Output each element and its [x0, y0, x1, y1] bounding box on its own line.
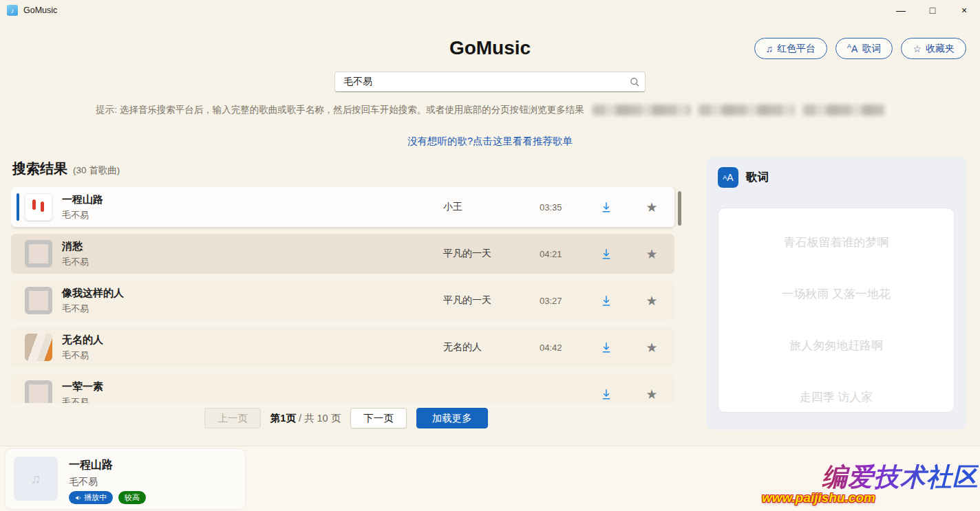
search-input[interactable] — [335, 76, 624, 87]
lyric-line: 一场秋雨 又落一地花 — [718, 286, 954, 302]
song-row[interactable]: 一荤一素 毛不易 ★ — [11, 374, 674, 403]
lyrics-panel-title: 歌词 — [746, 170, 769, 185]
music-note-icon: ♫ — [766, 43, 774, 54]
lyric-line: 青石板留着谁的梦啊 — [718, 235, 954, 250]
page-info: 第1页 / 共 10 页 — [270, 412, 341, 425]
song-row[interactable]: 消愁 毛不易 平凡的一天 04:21 ★ — [11, 234, 674, 274]
aa-icon: AA — [847, 43, 858, 54]
lyrics-panel-header: AA 歌词 — [706, 157, 966, 198]
favorite-button[interactable]: ★ — [629, 201, 674, 214]
song-row[interactable]: 无名的人 毛不易 无名的人 04:42 ★ — [11, 327, 674, 367]
favorite-button[interactable]: ★ — [629, 248, 674, 261]
hint-row: 提示: 选择音乐搜索平台后，输入完整的歌曲或歌手名称，然后按回车开始搜索。或者使… — [0, 104, 980, 116]
lyrics-button[interactable]: AA 歌词 — [835, 38, 893, 59]
hint-text: 提示: 选择音乐搜索平台后，输入完整的歌曲或歌手名称，然后按回车开始搜索。或者使… — [96, 104, 584, 116]
song-title: 一程山路 — [62, 193, 443, 206]
app-icon: ♪ — [7, 5, 18, 16]
album-art — [25, 334, 52, 361]
song-info: 消愁 毛不易 — [62, 240, 443, 268]
redacted-block — [699, 105, 795, 116]
download-button[interactable] — [584, 341, 629, 354]
results-count: (30 首歌曲) — [73, 164, 120, 177]
song-duration: 04:42 — [540, 343, 584, 353]
platform-button[interactable]: ♫ 红色平台 — [754, 38, 828, 59]
maximize-button[interactable]: □ — [917, 0, 948, 21]
song-artist: 毛不易 — [62, 349, 443, 362]
prev-page-button[interactable]: 上一页 — [204, 408, 261, 428]
now-playing-artist: 毛不易 — [69, 476, 98, 488]
lyric-line: 走四季 访人家 — [718, 389, 954, 405]
song-row[interactable]: 像我这样的人 毛不易 平凡的一天 03:27 ★ — [11, 281, 674, 320]
title-bar: ♪ GoMusic — □ × — [0, 0, 980, 21]
song-artist: 毛不易 — [62, 256, 443, 268]
song-info: 一程山路 毛不易 — [62, 193, 443, 221]
lyrics-card: 青石板留着谁的梦啊 一场秋雨 又落一地花 旅人匆匆地赶路啊 走四季 访人家 — [718, 208, 955, 413]
album-art — [25, 287, 52, 314]
page-current: 第1页 — [270, 413, 296, 424]
quality-badge: 较高 — [118, 491, 146, 504]
song-info: 像我这样的人 毛不易 — [62, 287, 443, 315]
results-title: 搜索结果 — [12, 160, 67, 178]
window-title: GoMusic — [23, 6, 57, 15]
album-art — [25, 193, 52, 221]
song-duration: 03:27 — [540, 296, 584, 306]
minimize-button[interactable]: — — [885, 0, 917, 21]
download-button[interactable] — [584, 248, 629, 260]
window-controls: — □ × — [885, 0, 980, 21]
redacted-block — [803, 105, 884, 116]
search-icon[interactable] — [624, 77, 645, 87]
download-button[interactable] — [584, 388, 629, 400]
song-info: 无名的人 毛不易 — [62, 334, 443, 362]
song-title: 像我这样的人 — [62, 287, 443, 300]
results-header: 搜索结果 (30 首歌曲) — [12, 160, 120, 178]
page-total: / 共 10 页 — [296, 413, 341, 424]
song-title: 一荤一素 — [62, 380, 443, 393]
recommend-playlist-link[interactable]: 没有想听的歌?点击这里看看推荐歌单 — [0, 135, 980, 148]
redacted-block — [593, 105, 690, 116]
song-duration: 04:21 — [540, 249, 584, 259]
favorite-button[interactable]: ★ — [629, 341, 674, 354]
song-row-active[interactable]: 一程山路 毛不易 小王 03:35 ★ — [11, 187, 674, 227]
next-page-button[interactable]: 下一页 — [350, 408, 407, 428]
song-artist: 毛不易 — [62, 303, 443, 315]
list-scrollbar[interactable] — [678, 191, 681, 226]
song-artist: 毛不易 — [62, 396, 443, 404]
song-title: 消愁 — [62, 240, 443, 253]
song-info: 一荤一素 毛不易 — [62, 380, 443, 404]
download-button[interactable] — [584, 201, 629, 213]
star-outline-icon: ☆ — [913, 43, 922, 54]
lyric-line: 旅人匆匆地赶路啊 — [718, 338, 954, 354]
active-indicator-bar — [17, 193, 19, 221]
song-duration: 03:35 — [540, 202, 584, 213]
favorite-button[interactable]: ★ — [629, 388, 674, 401]
song-album: 无名的人 — [443, 341, 540, 354]
favorite-button[interactable]: ★ — [629, 294, 674, 307]
album-art — [25, 380, 52, 403]
pagination: 上一页 第1页 / 共 10 页 下一页 加载更多 — [11, 408, 681, 428]
favorites-button-label: 收藏夹 — [926, 43, 955, 55]
speaker-icon — [75, 494, 82, 501]
now-playing-title: 一程山路 — [69, 458, 113, 472]
load-more-button[interactable]: 加载更多 — [416, 408, 488, 428]
download-button[interactable] — [584, 294, 629, 307]
song-album: 平凡的一天 — [443, 294, 540, 307]
song-artist: 毛不易 — [62, 209, 443, 221]
song-title: 无名的人 — [62, 334, 443, 347]
lyrics-aa-icon: AA — [718, 167, 738, 188]
song-album: 小王 — [443, 201, 540, 213]
search-box — [334, 72, 646, 92]
lyrics-button-label: 歌词 — [862, 43, 881, 55]
header-buttons: ♫ 红色平台 AA 歌词 ☆ 收藏夹 — [754, 38, 966, 59]
now-playing-card: ♫ 一程山路 毛不易 播放中 较高 — [6, 449, 245, 509]
album-art — [25, 240, 52, 268]
favorites-button[interactable]: ☆ 收藏夹 — [901, 38, 966, 59]
playing-status-badge: 播放中 — [69, 491, 113, 504]
player-bar: ♫ 一程山路 毛不易 播放中 较高 0:11 3:35 50 — [0, 446, 980, 511]
app-icon-glyph: ♪ — [11, 7, 14, 14]
song-album: 平凡的一天 — [443, 248, 540, 260]
close-button[interactable]: × — [948, 0, 980, 21]
song-list: 一程山路 毛不易 小王 03:35 ★ 消愁 毛不易 平凡的一天 04:21 ★… — [11, 187, 681, 403]
now-playing-album-art: ♫ — [14, 457, 58, 501]
now-playing-badges: 播放中 较高 — [69, 491, 146, 504]
lyrics-panel: AA 歌词 青石板留着谁的梦啊 一场秋雨 又落一地花 旅人匆匆地赶路啊 走四季 … — [706, 157, 966, 430]
